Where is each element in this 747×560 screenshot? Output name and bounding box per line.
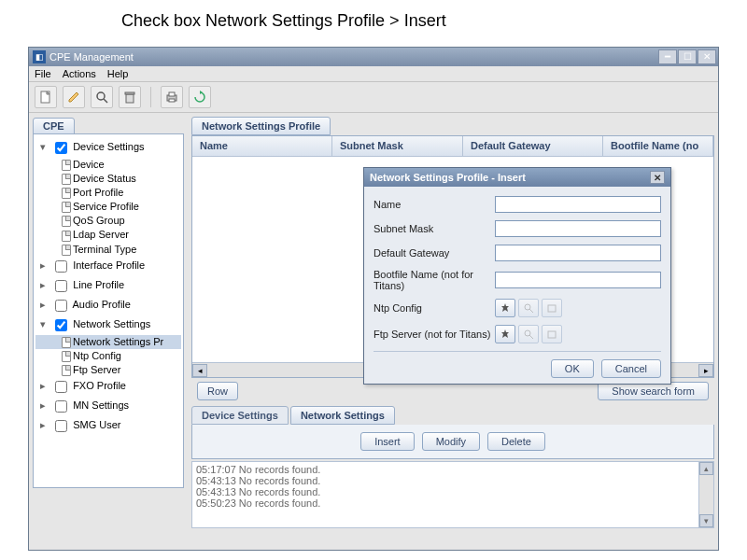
tree-node-audio-profile[interactable]: ▸ Audio Profile [35, 296, 181, 315]
sidebar-tab-cpe[interactable]: CPE [33, 118, 75, 134]
app-window: ◧ CPE Management ━ ☐ ✕ File Actions Help [28, 47, 719, 551]
tree-child-device-status[interactable]: Device Status [35, 172, 181, 186]
close-button[interactable]: ✕ [698, 49, 716, 64]
tree-node-mn-settings[interactable]: ▸ MN Settings [35, 397, 181, 416]
input-name[interactable] [495, 196, 661, 213]
print-icon[interactable] [161, 86, 183, 108]
expander-icon[interactable]: ▸ [37, 380, 49, 392]
col-subnet[interactable]: Subnet Mask [332, 136, 463, 156]
tree-child-terminal-type[interactable]: Terminal Type [35, 243, 181, 257]
tree-child-service-profile[interactable]: Service Profile [35, 200, 181, 214]
tree-label: MN Settings [73, 399, 129, 411]
file-icon [62, 365, 71, 376]
row-label: Row [197, 382, 238, 400]
tree-child-label: QoS Group [73, 215, 125, 226]
main-panel: Network Settings Profile Name Subnet Mas… [188, 113, 718, 550]
modify-button[interactable]: Modify [422, 432, 480, 451]
svg-line-9 [529, 309, 533, 313]
tree-panel: ▾ Device Settings Device Device Status P… [33, 133, 184, 488]
tree-node-smg-user[interactable]: ▸ SMG User [35, 416, 181, 436]
insert-button[interactable]: Insert [360, 432, 415, 451]
file-icon [62, 160, 71, 171]
expander-icon[interactable]: ▾ [37, 318, 49, 330]
expander-icon[interactable]: ▸ [37, 399, 49, 412]
refresh-icon[interactable] [189, 86, 211, 108]
delete-icon[interactable] [119, 86, 141, 108]
tab-device-settings[interactable]: Device Settings [191, 406, 289, 425]
log-line: 05:17:07 No records found. [196, 464, 710, 475]
tree-node-fxo-profile[interactable]: ▸ FXO Profile [35, 377, 181, 397]
tree-node-line-profile[interactable]: ▸ Line Profile [35, 276, 181, 296]
show-search-form-button[interactable]: Show search form [598, 382, 709, 400]
search-icon[interactable] [518, 325, 539, 343]
expander-icon[interactable]: ▸ [37, 259, 49, 272]
scroll-down-icon[interactable]: ▾ [699, 514, 713, 527]
tree-label: Audio Profile [73, 299, 131, 310]
scroll-right-icon[interactable]: ▸ [698, 364, 713, 377]
tree-label: Interface Profile [73, 259, 145, 271]
tab-network-settings[interactable]: Network Settings [290, 406, 395, 425]
expander-icon[interactable]: ▾ [37, 141, 49, 153]
col-bootfile[interactable]: Bootfile Name (no [603, 136, 713, 156]
tree-child-ftp-server[interactable]: Ftp Server [35, 363, 181, 377]
input-gateway[interactable] [495, 245, 661, 261]
tree-child-label: Port Profile [73, 187, 123, 198]
svg-line-12 [529, 335, 533, 339]
scroll-up-icon[interactable]: ▴ [699, 462, 713, 475]
minimize-button[interactable]: ━ [658, 49, 677, 64]
menu-help[interactable]: Help [107, 68, 129, 79]
tree-child-label: Ldap Server [73, 229, 129, 240]
new-icon[interactable] [35, 86, 57, 108]
menu-actions[interactable]: Actions [63, 68, 96, 79]
tree-node-interface-profile[interactable]: ▸ Interface Profile [35, 257, 181, 276]
tree-checkbox[interactable] [55, 142, 67, 154]
tree-checkbox[interactable] [55, 260, 67, 273]
log-line: 05:43:13 No records found. [196, 486, 710, 497]
tree-child-network-settings-profile[interactable]: Network Settings Pr [35, 335, 181, 349]
maximize-button[interactable]: ☐ [678, 49, 697, 64]
file-icon [62, 351, 71, 362]
tree-checkbox[interactable] [55, 420, 67, 432]
svg-point-1 [97, 92, 105, 100]
ok-button[interactable]: OK [551, 359, 594, 378]
tree-checkbox[interactable] [55, 280, 67, 292]
expander-icon[interactable]: ▸ [37, 419, 49, 431]
scroll-left-icon[interactable]: ◂ [192, 364, 207, 377]
expander-icon[interactable]: ▸ [37, 299, 49, 311]
log-panel: 05:17:07 No records found. 05:43:13 No r… [191, 461, 714, 528]
menu-file[interactable]: File [35, 68, 51, 79]
tree-checkbox[interactable] [55, 300, 67, 312]
tree-child-label: Device Status [73, 173, 136, 184]
tree-checkbox[interactable] [55, 381, 67, 393]
tree-child-qos-group[interactable]: QoS Group [35, 214, 181, 228]
col-name[interactable]: Name [192, 136, 332, 156]
col-gateway[interactable]: Default Gateway [463, 136, 603, 156]
dialog-close-button[interactable]: ✕ [650, 171, 665, 184]
tree-child-device[interactable]: Device [35, 158, 181, 172]
tree-checkbox[interactable] [55, 319, 67, 331]
tree-node-device-settings[interactable]: ▾ Device Settings [35, 138, 181, 158]
svg-rect-3 [126, 94, 134, 103]
lookup-icon[interactable] [495, 299, 515, 317]
clear-icon[interactable] [542, 325, 562, 343]
tab-network-settings-profile[interactable]: Network Settings Profile [191, 117, 331, 135]
input-subnet[interactable] [495, 220, 661, 237]
tree-node-network-settings[interactable]: ▾ Network Settings [35, 315, 181, 335]
tree-child-ldap-server[interactable]: Ldap Server [35, 228, 181, 242]
log-line: 05:50:23 No records found. [196, 497, 710, 509]
delete-button[interactable]: Delete [487, 432, 545, 451]
vertical-scrollbar[interactable]: ▴ ▾ [698, 462, 713, 527]
clear-icon[interactable] [542, 299, 562, 317]
menu-bar: File Actions Help [29, 66, 718, 82]
tree-child-port-profile[interactable]: Port Profile [35, 186, 181, 200]
lookup-icon[interactable] [495, 325, 515, 343]
tree-child-ntp-config[interactable]: Ntp Config [35, 349, 181, 363]
search-icon[interactable] [518, 299, 539, 317]
label-name: Name [374, 199, 495, 210]
expander-icon[interactable]: ▸ [37, 279, 49, 291]
edit-icon[interactable] [63, 86, 85, 108]
cancel-button[interactable]: Cancel [601, 359, 661, 378]
search-icon[interactable] [91, 86, 113, 108]
input-bootfile[interactable] [495, 272, 661, 288]
tree-checkbox[interactable] [55, 400, 67, 413]
